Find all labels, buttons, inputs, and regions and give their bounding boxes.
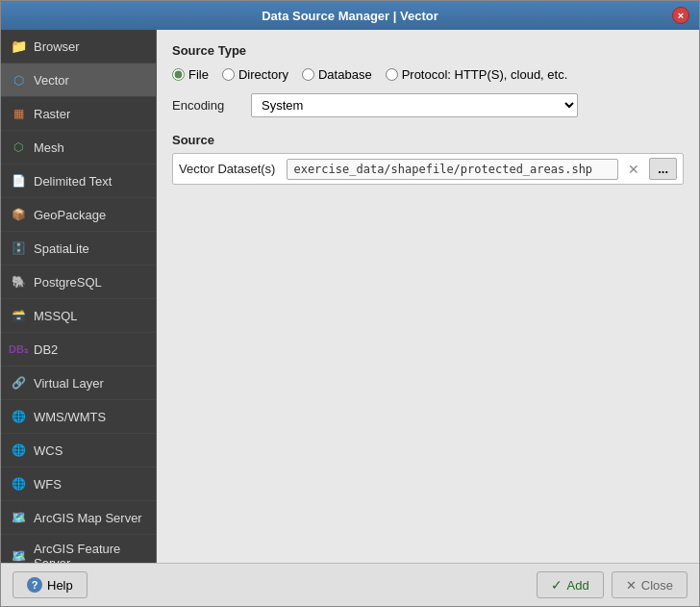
sidebar-item-geopkg[interactable]: 📦 GeoPackage bbox=[1, 198, 156, 232]
radio-db-text: Database bbox=[318, 67, 372, 82]
sidebar-item-raster[interactable]: ▦ Raster bbox=[1, 97, 156, 131]
help-icon: ? bbox=[27, 577, 42, 593]
sidebar-item-mesh[interactable]: ⬡ Mesh bbox=[1, 131, 156, 164]
source-section: Source Vector Dataset(s) ✕ ... bbox=[172, 133, 684, 185]
geopkg-icon: 📦 bbox=[9, 205, 28, 224]
sidebar-item-db2[interactable]: DB₂ DB2 bbox=[1, 333, 156, 367]
virtual-icon: 🔗 bbox=[9, 373, 28, 392]
window-close-button[interactable]: × bbox=[672, 7, 689, 24]
source-row: Vector Dataset(s) ✕ ... bbox=[172, 153, 684, 185]
sidebar-label-spatialite: SpatiaLite bbox=[34, 241, 89, 256]
encoding-select[interactable]: System UTF-8 ISO-8859-1 Windows-1252 bbox=[251, 93, 578, 117]
dialog-title: Data Source Manager | Vector bbox=[28, 9, 672, 23]
dialog-footer: ? Help ✓ Add ✕ Close bbox=[1, 563, 699, 606]
db2-icon: DB₂ bbox=[9, 340, 28, 359]
radio-file-label[interactable]: File bbox=[172, 67, 209, 82]
sidebar-label-wcs: WCS bbox=[34, 443, 62, 458]
vector-icon: ⬡ bbox=[9, 70, 28, 89]
wcs-icon: 🌐 bbox=[9, 441, 28, 460]
sidebar-label-arcgis-map: ArcGIS Map Server bbox=[34, 511, 142, 525]
sidebar-item-spatialite[interactable]: 🗄️ SpatiaLite bbox=[1, 232, 156, 266]
wfs-icon: 🌐 bbox=[9, 474, 28, 493]
sidebar-label-vector: Vector bbox=[34, 73, 69, 88]
sidebar-item-wcs[interactable]: 🌐 WCS bbox=[1, 434, 156, 468]
sidebar-item-vector[interactable]: ⬡ Vector bbox=[1, 63, 156, 97]
encoding-label: Encoding bbox=[172, 98, 239, 113]
sidebar-item-postgres[interactable]: 🐘 PostgreSQL bbox=[1, 266, 156, 299]
sidebar-label-arcgis-feature: ArcGIS Feature Server bbox=[34, 542, 148, 563]
help-button[interactable]: ? Help bbox=[12, 571, 88, 598]
sidebar-item-delimited[interactable]: 📄 Delimited Text bbox=[1, 164, 156, 198]
sidebar: 📁 Browser ⬡ Vector ▦ Raster ⬡ Mesh 📄 Del… bbox=[1, 30, 157, 563]
dialog-window: Data Source Manager | Vector × 📁 Browser… bbox=[0, 0, 700, 607]
sidebar-item-virtual[interactable]: 🔗 Virtual Layer bbox=[1, 367, 156, 400]
encoding-row: Encoding System UTF-8 ISO-8859-1 Windows… bbox=[172, 93, 684, 117]
mesh-icon: ⬡ bbox=[9, 138, 28, 157]
sidebar-label-raster: Raster bbox=[34, 107, 70, 121]
close-button[interactable]: ✕ Close bbox=[612, 571, 688, 598]
radio-directory[interactable] bbox=[222, 68, 235, 81]
sidebar-item-mssql[interactable]: 🗃️ MSSQL bbox=[1, 299, 156, 333]
sidebar-label-wfs: WFS bbox=[34, 477, 62, 492]
radio-protocol-label[interactable]: Protocol: HTTP(S), cloud, etc. bbox=[386, 67, 568, 82]
source-type-radio-group: File Directory Database Protocol: HTTP(S… bbox=[172, 63, 684, 86]
sidebar-item-arcgis-feature[interactable]: 🗺️ ArcGIS Feature Server bbox=[1, 535, 156, 563]
sidebar-label-db2: DB2 bbox=[34, 342, 58, 357]
vector-dataset-label: Vector Dataset(s) bbox=[179, 162, 279, 176]
raster-icon: ▦ bbox=[9, 104, 28, 123]
source-type-title: Source Type bbox=[172, 43, 684, 58]
arcgis-map-icon: 🗺️ bbox=[9, 508, 28, 527]
sidebar-label-browser: Browser bbox=[34, 39, 80, 54]
radio-dir-text: Directory bbox=[238, 67, 288, 82]
close-footer-icon: ✕ bbox=[626, 578, 637, 593]
arcgis-feature-icon: 🗺️ bbox=[9, 546, 28, 563]
sidebar-label-wms: WMS/WMTS bbox=[34, 410, 106, 424]
help-label: Help bbox=[47, 578, 73, 593]
mssql-icon: 🗃️ bbox=[9, 306, 28, 325]
source-clear-button[interactable]: ✕ bbox=[626, 162, 641, 177]
source-type-section: Source Type File Directory Database bbox=[172, 43, 684, 117]
delimited-icon: 📄 bbox=[9, 171, 28, 190]
add-icon: ✓ bbox=[551, 577, 562, 593]
title-bar: Data Source Manager | Vector × bbox=[1, 1, 699, 30]
radio-dir-label[interactable]: Directory bbox=[222, 67, 288, 82]
footer-left: ? Help bbox=[12, 571, 88, 598]
sidebar-item-wms[interactable]: 🌐 WMS/WMTS bbox=[1, 400, 156, 434]
source-title: Source bbox=[172, 133, 684, 147]
folder-icon: 📁 bbox=[9, 37, 28, 56]
dialog-body: 📁 Browser ⬡ Vector ▦ Raster ⬡ Mesh 📄 Del… bbox=[1, 30, 699, 563]
sidebar-item-arcgis-map[interactable]: 🗺️ ArcGIS Map Server bbox=[1, 501, 156, 535]
radio-file[interactable] bbox=[172, 68, 185, 81]
source-browse-button[interactable]: ... bbox=[649, 158, 677, 180]
main-panel: Source Type File Directory Database bbox=[157, 30, 699, 563]
wms-icon: 🌐 bbox=[9, 407, 28, 426]
radio-protocol[interactable] bbox=[386, 68, 398, 81]
add-button[interactable]: ✓ Add bbox=[537, 571, 604, 598]
source-path-input[interactable] bbox=[287, 159, 618, 180]
sidebar-label-delimited: Delimited Text bbox=[34, 174, 112, 189]
spatialite-icon: 🗄️ bbox=[9, 239, 28, 258]
sidebar-label-geopkg: GeoPackage bbox=[34, 208, 106, 222]
radio-db-label[interactable]: Database bbox=[302, 67, 372, 82]
sidebar-label-mesh: Mesh bbox=[34, 140, 64, 155]
radio-database[interactable] bbox=[302, 68, 314, 81]
radio-protocol-text: Protocol: HTTP(S), cloud, etc. bbox=[402, 67, 568, 82]
close-label: Close bbox=[641, 578, 673, 593]
radio-file-text: File bbox=[188, 67, 209, 82]
sidebar-item-wfs[interactable]: 🌐 WFS bbox=[1, 468, 156, 501]
sidebar-label-mssql: MSSQL bbox=[34, 309, 78, 323]
add-label: Add bbox=[567, 578, 589, 593]
postgres-icon: 🐘 bbox=[9, 272, 28, 291]
sidebar-item-browser[interactable]: 📁 Browser bbox=[1, 30, 156, 63]
footer-right: ✓ Add ✕ Close bbox=[537, 571, 688, 598]
sidebar-label-postgres: PostgreSQL bbox=[34, 275, 102, 290]
sidebar-label-virtual: Virtual Layer bbox=[34, 376, 104, 391]
